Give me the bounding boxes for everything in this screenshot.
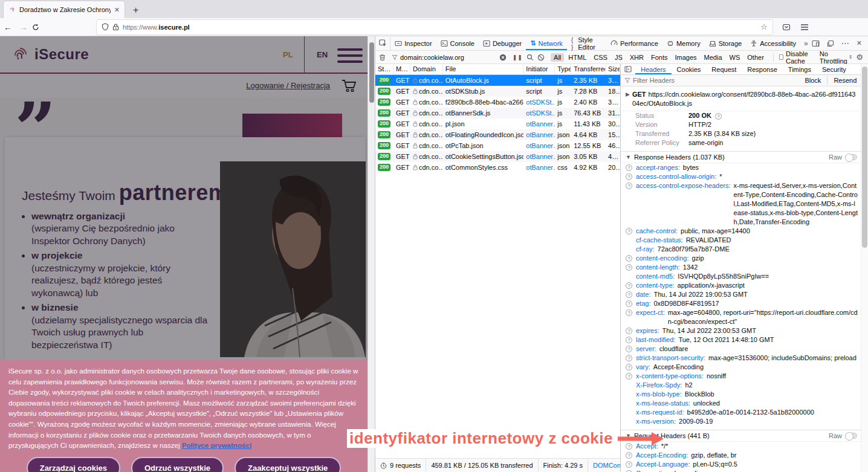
- help-icon[interactable]: ?: [626, 461, 632, 468]
- type-filter-fonts[interactable]: Fonts: [648, 53, 671, 62]
- back-icon[interactable]: ←: [0, 22, 16, 32]
- tab-performance[interactable]: Performance: [606, 36, 662, 50]
- help-icon[interactable]: ?: [626, 355, 632, 361]
- meatball-menu-icon[interactable]: ⋯: [841, 39, 849, 48]
- initiator-cell[interactable]: otSDKSt…: [526, 99, 555, 106]
- initiator-cell[interactable]: otBanner…: [526, 153, 555, 160]
- tab-debugger[interactable]: Debugger: [479, 36, 526, 50]
- network-request-row[interactable]: 200GETcdn.co…OtAutoBlock.jsscriptjs2.35 …: [375, 75, 620, 86]
- type-filter-media[interactable]: Media: [701, 53, 725, 62]
- block-icon[interactable]: [537, 54, 545, 61]
- column-header[interactable]: File: [443, 64, 524, 74]
- header-name[interactable]: access-control-allow-origin:: [636, 172, 716, 181]
- url-bar[interactable]: https://www.isecure.pl ☆: [97, 20, 772, 34]
- column-header[interactable]: M…: [394, 64, 410, 74]
- column-header[interactable]: Size: [606, 64, 620, 74]
- header-name[interactable]: server:: [636, 344, 656, 354]
- header-name[interactable]: cf-ray:: [636, 245, 655, 254]
- tab-response[interactable]: Response: [742, 64, 783, 74]
- close-devtools-icon[interactable]: ✕: [857, 39, 862, 47]
- header-name[interactable]: strict-transport-security:: [636, 354, 705, 363]
- header-name[interactable]: date:: [636, 290, 650, 299]
- network-request-row[interactable]: 200GETcdn.co…otBannerSdk.jsotSDKSt…js76.…: [375, 108, 620, 118]
- column-header[interactable]: Domain: [410, 64, 443, 74]
- clear-requests-icon[interactable]: [379, 54, 386, 61]
- reject-all-button[interactable]: Odrzuć wszystkie: [131, 457, 224, 472]
- tab-close-icon[interactable]: ✕: [114, 6, 120, 14]
- network-request-row[interactable]: 200GETcdn.co…otCommonStyles.cssotBanner……: [375, 162, 620, 173]
- header-name[interactable]: content-length:: [636, 263, 680, 272]
- network-settings-gear-icon[interactable]: ⚙: [856, 53, 863, 62]
- collapse-pane-icon[interactable]: [621, 64, 635, 74]
- pocket-icon[interactable]: [782, 23, 791, 31]
- header-name[interactable]: x-content-type-options:: [636, 372, 704, 381]
- url-filter-input[interactable]: [389, 53, 509, 62]
- clear-filter-icon[interactable]: [499, 54, 507, 61]
- column-header[interactable]: Initiator: [523, 64, 555, 74]
- help-icon[interactable]: ?: [626, 364, 632, 370]
- tab-headers[interactable]: Headers: [635, 64, 672, 74]
- type-filter-images[interactable]: Images: [672, 53, 700, 62]
- throttling-dropdown[interactable]: No Throttling⇕: [820, 50, 853, 65]
- column-header[interactable]: Type: [555, 64, 571, 74]
- resend-button[interactable]: Resend: [834, 77, 857, 84]
- privacy-policy-link[interactable]: Polityce prywatności: [182, 441, 251, 449]
- type-filter-all[interactable]: All: [551, 53, 564, 62]
- help-icon[interactable]: ?: [715, 113, 722, 120]
- tab-storage[interactable]: Storage: [705, 36, 747, 50]
- help-icon[interactable]: ?: [626, 373, 632, 380]
- tab-network[interactable]: ⇅ Network: [526, 36, 567, 50]
- browser-tab[interactable]: Doradztwo w Zakresie Ochrony Dany ✕: [4, 1, 125, 18]
- help-icon[interactable]: ?: [626, 282, 632, 289]
- header-name[interactable]: x-ms-blob-type:: [636, 390, 682, 399]
- help-icon[interactable]: ?: [626, 300, 632, 307]
- help-icon[interactable]: ?: [626, 328, 632, 334]
- pause-icon[interactable]: ❚❚: [513, 54, 523, 60]
- header-name[interactable]: vary:: [636, 363, 650, 372]
- tab-timings[interactable]: Timings: [783, 64, 817, 74]
- page-scrollbar[interactable]: [368, 36, 375, 472]
- filter-headers-input[interactable]: [633, 77, 802, 84]
- header-name[interactable]: x-ms-request-id:: [636, 408, 684, 417]
- help-icon[interactable]: ?: [626, 337, 632, 343]
- initiator-cell[interactable]: otBanner…: [526, 164, 555, 171]
- disable-cache-checkbox[interactable]: Disable Cache: [779, 50, 813, 65]
- new-tab-button[interactable]: +: [133, 5, 138, 18]
- network-request-row[interactable]: 200GETcdn.co…otSDKStub.jsscriptjs7.28 KB…: [375, 86, 620, 97]
- help-icon[interactable]: ?: [626, 452, 632, 459]
- header-name[interactable]: content-encoding:: [636, 254, 688, 263]
- tab-request[interactable]: Request: [706, 64, 742, 74]
- help-icon[interactable]: ?: [626, 346, 632, 352]
- column-header[interactable]: Transferred: [571, 64, 606, 74]
- raw-toggle[interactable]: [845, 433, 857, 439]
- help-icon[interactable]: ?: [626, 183, 632, 189]
- network-request-row[interactable]: 200GETcdn.co…pl.jsonotBanner…js11.43 KB3…: [375, 118, 620, 129]
- network-request-row[interactable]: 200GETcdn.co…f2890bc8-88eb-4bac-a266-df9…: [375, 97, 620, 108]
- tab-console[interactable]: Console: [436, 36, 479, 50]
- header-name[interactable]: expect-ct:: [636, 308, 665, 317]
- help-icon[interactable]: ?: [626, 264, 632, 271]
- lock-icon[interactable]: [112, 23, 119, 31]
- initiator-cell[interactable]: otBanner…: [526, 142, 555, 149]
- block-url-button[interactable]: Block: [805, 77, 821, 84]
- header-name[interactable]: expires:: [636, 326, 659, 335]
- header-name[interactable]: cache-control:: [636, 227, 678, 236]
- reload-icon[interactable]: [31, 23, 47, 31]
- type-filter-xhr[interactable]: XHR: [627, 53, 647, 62]
- type-filter-css[interactable]: CSS: [591, 53, 611, 62]
- help-icon[interactable]: ?: [626, 291, 632, 298]
- type-filter-js[interactable]: JS: [612, 53, 626, 62]
- type-filter-other[interactable]: Other: [744, 53, 767, 62]
- header-name[interactable]: last-modified:: [636, 335, 675, 344]
- help-icon[interactable]: ?: [626, 164, 632, 171]
- network-request-row[interactable]: 200GETcdn.co…otCookieSettingsButton.json…: [375, 151, 620, 162]
- header-name[interactable]: Connection:: [636, 469, 672, 472]
- response-headers-section[interactable]: ▼ Response Headers (1.037 KB) Raw: [621, 151, 861, 163]
- header-name[interactable]: X-Firefox-Spdy:: [636, 381, 682, 390]
- responsive-mode-icon[interactable]: [812, 40, 820, 47]
- tab-security[interactable]: Security: [817, 64, 852, 74]
- menu-icon[interactable]: [800, 24, 809, 31]
- column-header[interactable]: St…: [375, 64, 394, 74]
- more-tabs-icon[interactable]: »: [800, 36, 812, 50]
- help-icon[interactable]: ?: [626, 228, 632, 234]
